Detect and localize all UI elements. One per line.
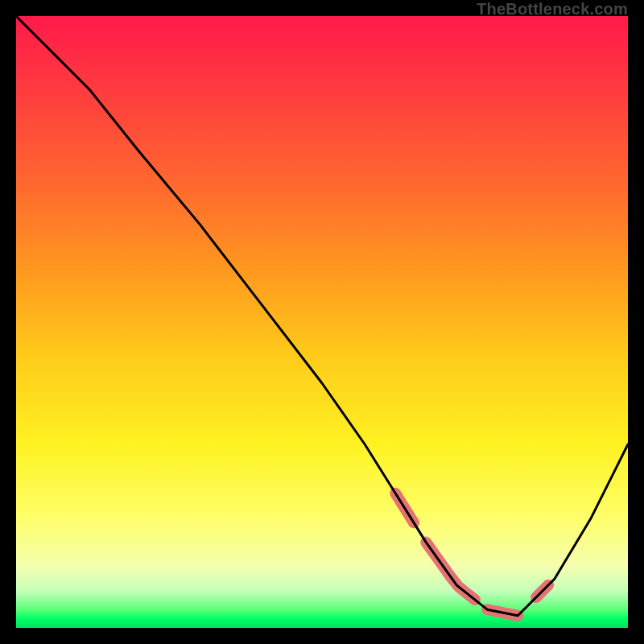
watermark-text: TheBottleneck.com	[477, 0, 628, 19]
main-curve	[16, 16, 628, 616]
chart-svg	[16, 16, 628, 628]
chart-frame	[16, 16, 628, 628]
